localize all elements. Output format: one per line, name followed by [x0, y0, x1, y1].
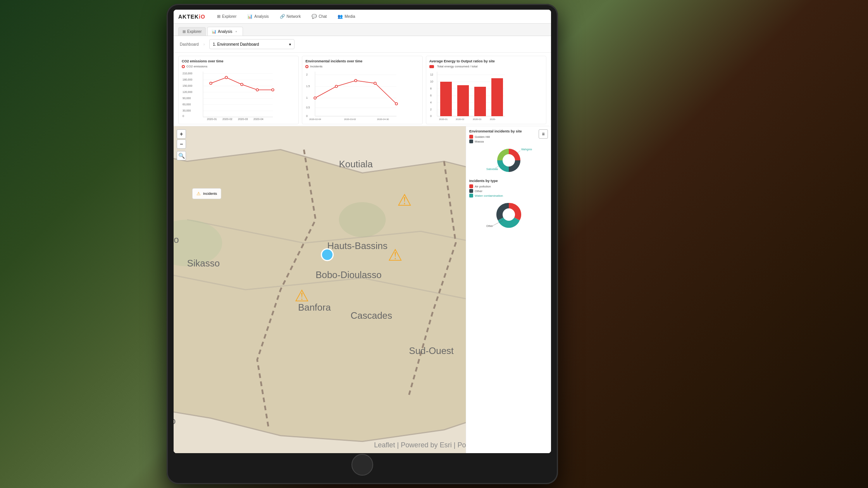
energy-chart-legend: Total energy consumed / total	[429, 65, 543, 68]
legend-air-pollution-label: Air pollution	[475, 185, 491, 188]
svg-text:2020-04: 2020-04	[253, 118, 264, 120]
svg-text:Sud-Ouest: Sud-Ouest	[409, 345, 454, 356]
incidents-chart-legend: Incidents	[305, 65, 419, 68]
tab-explorer-icon: ⊞	[183, 29, 186, 34]
svg-text:Bobo-Dioulasso: Bobo-Dioulasso	[315, 270, 381, 280]
tablet-home-button[interactable]	[351, 454, 373, 476]
svg-text:Other: Other	[486, 225, 493, 227]
nav-chat[interactable]: 💬 Chat	[309, 12, 329, 21]
svg-text:8: 8	[430, 87, 432, 90]
svg-text:0.5: 0.5	[306, 106, 310, 109]
svg-rect-63	[440, 82, 452, 116]
donut-svg: Wahgnion Sabodata	[486, 145, 532, 176]
map-legend-label: Incidents	[203, 192, 217, 196]
energy-chart-svg-wrapper: 12 10 8 6 4 2 0	[429, 70, 543, 121]
map-right-row: Burkina Faso Koutiala Sikasso Sikasso Ha…	[174, 126, 551, 453]
breadcrumb-dashboard[interactable]: Dashboard	[180, 42, 199, 46]
nav-media[interactable]: 👥 Media	[335, 12, 357, 21]
svg-point-43	[395, 103, 398, 105]
network-icon: 🔗	[280, 14, 285, 19]
incidents-type-svg: Other	[486, 199, 532, 230]
svg-text:2020-03-02: 2020-03-02	[344, 118, 356, 120]
svg-text:60,000: 60,000	[183, 103, 191, 106]
top-nav: AKTEKiO ⊞ Explorer 📊 Analysis 🔗 Network …	[174, 10, 551, 24]
nav-network[interactable]: 🔗 Network	[277, 12, 303, 21]
map-layers-button[interactable]: ≡	[539, 129, 548, 139]
donut-chart-area: Wahgnion Sabodata	[469, 145, 548, 176]
chat-icon: 💬	[312, 14, 317, 19]
incidents-chart-svg: 2 1.5 1 0.5 0	[305, 70, 398, 120]
svg-text:0: 0	[183, 115, 184, 117]
tab-analysis[interactable]: 📊 Analysis ×	[207, 27, 243, 36]
svg-text:⚠: ⚠	[388, 246, 403, 264]
zoom-out-button[interactable]: −	[177, 139, 186, 149]
legend-row-golden-hill: Golden Hill	[469, 135, 548, 139]
legend-row-other: Other	[469, 189, 548, 193]
svg-text:Koutiala: Koutiala	[339, 159, 373, 169]
app-ui: AKTEKiO ⊞ Explorer 📊 Analysis 🔗 Network …	[174, 10, 551, 453]
svg-text:⚠: ⚠	[294, 287, 309, 305]
nav-analysis[interactable]: 📊 Analysis	[245, 12, 271, 21]
svg-text:180,000: 180,000	[183, 78, 192, 81]
svg-text:210,000: 210,000	[183, 72, 192, 75]
tab-bar: ⊞ Explorer 📊 Analysis ×	[174, 24, 551, 36]
svg-point-40	[335, 85, 338, 88]
svg-point-105	[503, 154, 515, 167]
svg-text:2020-02: 2020-02	[222, 118, 232, 120]
energy-chart-title: Average Energy to Output ratios by site	[429, 59, 543, 63]
dashboard-title-dropdown[interactable]: 1. Environment Dashboard ▾	[209, 39, 294, 49]
legend-golden-hill-sq	[469, 135, 473, 139]
nav-network-label: Network	[287, 14, 301, 19]
svg-point-41	[355, 79, 357, 82]
energy-chart-panel: Average Energy to Output ratios by site …	[426, 56, 546, 124]
svg-point-42	[374, 82, 376, 84]
svg-text:1.5: 1.5	[306, 85, 310, 88]
svg-text:30,000: 30,000	[183, 109, 191, 112]
svg-text:12: 12	[430, 73, 433, 76]
nav-media-label: Media	[344, 14, 355, 19]
search-map-button[interactable]: 🔍	[177, 151, 186, 160]
svg-text:Sikasso: Sikasso	[187, 258, 220, 268]
svg-text:2: 2	[306, 73, 308, 76]
incidents-chart-panel: Environmental incidents over time Incide…	[302, 56, 422, 124]
energy-chart-svg: 12 10 8 6 4 2 0	[429, 70, 507, 120]
dashboard-header: Dashboard › 1. Environment Dashboard ▾	[174, 36, 551, 53]
right-panel: Environmental incidents by site Golden H…	[466, 126, 551, 453]
svg-text:Cascades: Cascades	[351, 310, 392, 321]
incidents-chart-svg-wrapper: 2 1.5 1 0.5 0	[305, 70, 419, 121]
svg-text:1: 1	[306, 96, 308, 99]
tab-analysis-icon: 📊	[212, 29, 216, 34]
dropdown-chevron: ▾	[289, 42, 291, 46]
zoom-in-button[interactable]: +	[177, 129, 186, 139]
legend-row-air-pollution: Air pollution	[469, 184, 548, 188]
media-icon: 👥	[338, 14, 343, 19]
svg-text:0: 0	[306, 115, 308, 117]
co2-chart-svg: 210,000 180,000 150,000 120,000 90,000 6…	[182, 70, 275, 120]
app-logo: AKTEKiO	[178, 14, 205, 20]
nav-explorer[interactable]: ⊞ Explorer	[215, 12, 239, 21]
incidents-type-chart-area: Other	[469, 199, 548, 230]
svg-text:120,000: 120,000	[183, 91, 192, 93]
svg-text:Sikasso: Sikasso	[174, 234, 179, 245]
svg-point-18	[210, 82, 212, 84]
svg-text:Korhogo: Korhogo	[174, 416, 176, 426]
tab-close-button[interactable]: ×	[234, 29, 239, 34]
explorer-icon: ⊞	[217, 14, 220, 19]
nav-chat-label: Chat	[319, 14, 327, 19]
co2-chart-panel: CO2 emissions over time CO2 emissions 21…	[178, 56, 299, 124]
svg-text:⚠: ⚠	[397, 191, 412, 209]
legend-other-label: Other	[475, 189, 482, 193]
dashboard-title: 1. Environment Dashboard	[213, 42, 259, 46]
energy-legend-label: Total energy consumed / total	[437, 65, 478, 68]
svg-text:Wahgnion: Wahgnion	[521, 148, 532, 151]
legend-golden-hill-label: Golden Hill	[475, 135, 490, 139]
tab-explorer[interactable]: ⊞ Explorer	[178, 27, 206, 36]
incidents-by-site-title: Environmental incidents by site	[469, 129, 548, 133]
logo-accent: iO	[199, 14, 205, 20]
incidents-legend-dot	[305, 65, 308, 68]
co2-chart-svg-wrapper: 210,000 180,000 150,000 120,000 90,000 6…	[182, 70, 295, 121]
svg-text:4: 4	[430, 101, 432, 104]
svg-point-20	[241, 83, 243, 86]
co2-legend-dot	[182, 65, 185, 68]
svg-text:2020-02-04: 2020-02-04	[309, 118, 321, 120]
